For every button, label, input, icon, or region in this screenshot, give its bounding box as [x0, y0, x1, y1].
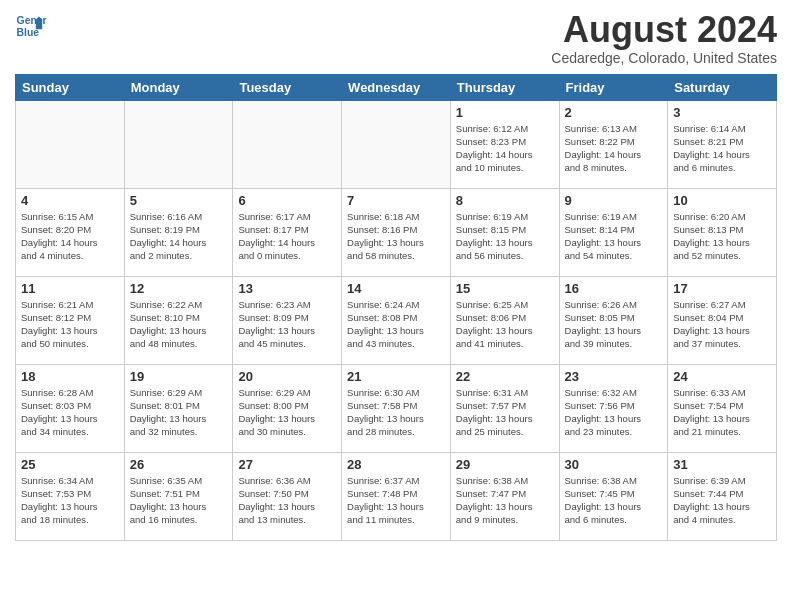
day-info: Sunrise: 6:17 AMSunset: 8:17 PMDaylight:… — [238, 210, 336, 263]
calendar-cell: 12Sunrise: 6:22 AMSunset: 8:10 PMDayligh… — [124, 276, 233, 364]
calendar-cell: 14Sunrise: 6:24 AMSunset: 8:08 PMDayligh… — [342, 276, 451, 364]
day-number: 13 — [238, 281, 336, 296]
day-number: 16 — [565, 281, 663, 296]
header-friday: Friday — [559, 74, 668, 100]
day-number: 15 — [456, 281, 554, 296]
header-tuesday: Tuesday — [233, 74, 342, 100]
day-info: Sunrise: 6:23 AMSunset: 8:09 PMDaylight:… — [238, 298, 336, 351]
location: Cedaredge, Colorado, United States — [551, 50, 777, 66]
day-number: 3 — [673, 105, 771, 120]
calendar-cell: 16Sunrise: 6:26 AMSunset: 8:05 PMDayligh… — [559, 276, 668, 364]
day-number: 5 — [130, 193, 228, 208]
day-info: Sunrise: 6:18 AMSunset: 8:16 PMDaylight:… — [347, 210, 445, 263]
day-number: 26 — [130, 457, 228, 472]
calendar-cell: 28Sunrise: 6:37 AMSunset: 7:48 PMDayligh… — [342, 452, 451, 540]
day-number: 6 — [238, 193, 336, 208]
calendar-cell: 23Sunrise: 6:32 AMSunset: 7:56 PMDayligh… — [559, 364, 668, 452]
calendar-cell: 13Sunrise: 6:23 AMSunset: 8:09 PMDayligh… — [233, 276, 342, 364]
day-info: Sunrise: 6:31 AMSunset: 7:57 PMDaylight:… — [456, 386, 554, 439]
calendar-cell: 8Sunrise: 6:19 AMSunset: 8:15 PMDaylight… — [450, 188, 559, 276]
calendar-cell: 15Sunrise: 6:25 AMSunset: 8:06 PMDayligh… — [450, 276, 559, 364]
day-info: Sunrise: 6:35 AMSunset: 7:51 PMDaylight:… — [130, 474, 228, 527]
weekday-header-row: Sunday Monday Tuesday Wednesday Thursday… — [16, 74, 777, 100]
day-number: 31 — [673, 457, 771, 472]
day-number: 21 — [347, 369, 445, 384]
day-number: 11 — [21, 281, 119, 296]
day-number: 9 — [565, 193, 663, 208]
calendar-cell: 27Sunrise: 6:36 AMSunset: 7:50 PMDayligh… — [233, 452, 342, 540]
day-info: Sunrise: 6:22 AMSunset: 8:10 PMDaylight:… — [130, 298, 228, 351]
day-info: Sunrise: 6:27 AMSunset: 8:04 PMDaylight:… — [673, 298, 771, 351]
day-number: 30 — [565, 457, 663, 472]
day-number: 20 — [238, 369, 336, 384]
day-number: 22 — [456, 369, 554, 384]
day-info: Sunrise: 6:19 AMSunset: 8:14 PMDaylight:… — [565, 210, 663, 263]
day-number: 8 — [456, 193, 554, 208]
day-info: Sunrise: 6:13 AMSunset: 8:22 PMDaylight:… — [565, 122, 663, 175]
calendar-week-4: 18Sunrise: 6:28 AMSunset: 8:03 PMDayligh… — [16, 364, 777, 452]
calendar-cell: 19Sunrise: 6:29 AMSunset: 8:01 PMDayligh… — [124, 364, 233, 452]
header-thursday: Thursday — [450, 74, 559, 100]
day-number: 10 — [673, 193, 771, 208]
calendar-cell: 20Sunrise: 6:29 AMSunset: 8:00 PMDayligh… — [233, 364, 342, 452]
calendar-cell — [124, 100, 233, 188]
logo: General Blue — [15, 10, 47, 42]
calendar-cell: 25Sunrise: 6:34 AMSunset: 7:53 PMDayligh… — [16, 452, 125, 540]
calendar-cell: 11Sunrise: 6:21 AMSunset: 8:12 PMDayligh… — [16, 276, 125, 364]
calendar-cell: 18Sunrise: 6:28 AMSunset: 8:03 PMDayligh… — [16, 364, 125, 452]
day-info: Sunrise: 6:32 AMSunset: 7:56 PMDaylight:… — [565, 386, 663, 439]
day-info: Sunrise: 6:30 AMSunset: 7:58 PMDaylight:… — [347, 386, 445, 439]
calendar-cell — [342, 100, 451, 188]
header-sunday: Sunday — [16, 74, 125, 100]
title-block: August 2024 Cedaredge, Colorado, United … — [551, 10, 777, 66]
day-info: Sunrise: 6:36 AMSunset: 7:50 PMDaylight:… — [238, 474, 336, 527]
calendar-cell: 21Sunrise: 6:30 AMSunset: 7:58 PMDayligh… — [342, 364, 451, 452]
calendar-cell: 6Sunrise: 6:17 AMSunset: 8:17 PMDaylight… — [233, 188, 342, 276]
calendar-cell: 2Sunrise: 6:13 AMSunset: 8:22 PMDaylight… — [559, 100, 668, 188]
calendar-cell: 4Sunrise: 6:15 AMSunset: 8:20 PMDaylight… — [16, 188, 125, 276]
calendar-cell: 31Sunrise: 6:39 AMSunset: 7:44 PMDayligh… — [668, 452, 777, 540]
calendar-cell: 24Sunrise: 6:33 AMSunset: 7:54 PMDayligh… — [668, 364, 777, 452]
day-info: Sunrise: 6:38 AMSunset: 7:45 PMDaylight:… — [565, 474, 663, 527]
day-info: Sunrise: 6:39 AMSunset: 7:44 PMDaylight:… — [673, 474, 771, 527]
day-info: Sunrise: 6:34 AMSunset: 7:53 PMDaylight:… — [21, 474, 119, 527]
day-info: Sunrise: 6:33 AMSunset: 7:54 PMDaylight:… — [673, 386, 771, 439]
day-info: Sunrise: 6:21 AMSunset: 8:12 PMDaylight:… — [21, 298, 119, 351]
calendar: Sunday Monday Tuesday Wednesday Thursday… — [15, 74, 777, 541]
day-number: 18 — [21, 369, 119, 384]
day-info: Sunrise: 6:12 AMSunset: 8:23 PMDaylight:… — [456, 122, 554, 175]
day-info: Sunrise: 6:29 AMSunset: 8:00 PMDaylight:… — [238, 386, 336, 439]
calendar-cell: 3Sunrise: 6:14 AMSunset: 8:21 PMDaylight… — [668, 100, 777, 188]
calendar-week-1: 1Sunrise: 6:12 AMSunset: 8:23 PMDaylight… — [16, 100, 777, 188]
day-info: Sunrise: 6:20 AMSunset: 8:13 PMDaylight:… — [673, 210, 771, 263]
day-info: Sunrise: 6:37 AMSunset: 7:48 PMDaylight:… — [347, 474, 445, 527]
header-saturday: Saturday — [668, 74, 777, 100]
calendar-cell: 1Sunrise: 6:12 AMSunset: 8:23 PMDaylight… — [450, 100, 559, 188]
day-info: Sunrise: 6:38 AMSunset: 7:47 PMDaylight:… — [456, 474, 554, 527]
day-info: Sunrise: 6:15 AMSunset: 8:20 PMDaylight:… — [21, 210, 119, 263]
month-title: August 2024 — [551, 10, 777, 50]
day-number: 28 — [347, 457, 445, 472]
day-info: Sunrise: 6:28 AMSunset: 8:03 PMDaylight:… — [21, 386, 119, 439]
day-number: 27 — [238, 457, 336, 472]
calendar-cell: 29Sunrise: 6:38 AMSunset: 7:47 PMDayligh… — [450, 452, 559, 540]
calendar-cell: 9Sunrise: 6:19 AMSunset: 8:14 PMDaylight… — [559, 188, 668, 276]
day-info: Sunrise: 6:25 AMSunset: 8:06 PMDaylight:… — [456, 298, 554, 351]
calendar-week-5: 25Sunrise: 6:34 AMSunset: 7:53 PMDayligh… — [16, 452, 777, 540]
day-number: 24 — [673, 369, 771, 384]
calendar-cell: 26Sunrise: 6:35 AMSunset: 7:51 PMDayligh… — [124, 452, 233, 540]
header-monday: Monday — [124, 74, 233, 100]
header: General Blue August 2024 Cedaredge, Colo… — [15, 10, 777, 66]
page: General Blue August 2024 Cedaredge, Colo… — [0, 0, 792, 612]
day-info: Sunrise: 6:14 AMSunset: 8:21 PMDaylight:… — [673, 122, 771, 175]
day-number: 25 — [21, 457, 119, 472]
header-wednesday: Wednesday — [342, 74, 451, 100]
day-number: 2 — [565, 105, 663, 120]
day-number: 29 — [456, 457, 554, 472]
calendar-cell: 17Sunrise: 6:27 AMSunset: 8:04 PMDayligh… — [668, 276, 777, 364]
day-number: 17 — [673, 281, 771, 296]
calendar-cell: 10Sunrise: 6:20 AMSunset: 8:13 PMDayligh… — [668, 188, 777, 276]
day-number: 19 — [130, 369, 228, 384]
day-number: 4 — [21, 193, 119, 208]
day-info: Sunrise: 6:26 AMSunset: 8:05 PMDaylight:… — [565, 298, 663, 351]
